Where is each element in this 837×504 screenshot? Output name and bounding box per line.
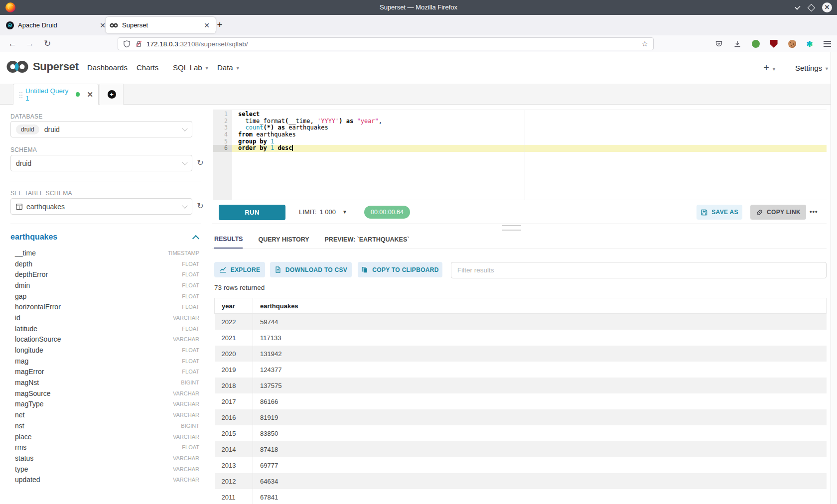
table-row[interactable]: 201487418 xyxy=(215,441,827,457)
nav-data[interactable]: Data▼ xyxy=(217,52,240,83)
column-name: net xyxy=(10,411,24,419)
limit-control[interactable]: LIMIT:1 000 xyxy=(299,201,336,224)
file-icon xyxy=(275,266,281,273)
table-row[interactable]: 2020131942 xyxy=(215,346,827,362)
chevron-down-icon[interactable]: ▼ xyxy=(342,201,347,224)
table-row[interactable]: 201264634 xyxy=(215,473,827,489)
collapse-chevron-icon[interactable] xyxy=(192,235,199,242)
save-as-button[interactable]: SAVE AS xyxy=(697,205,742,220)
superset-favicon-icon xyxy=(110,22,118,28)
menu-hamburger-icon[interactable] xyxy=(824,39,831,48)
forward-button[interactable]: → xyxy=(23,37,36,50)
table-row[interactable]: 2021117133 xyxy=(215,330,827,346)
divider xyxy=(10,224,201,224)
nav-dashboards[interactable]: Dashboards xyxy=(87,52,128,83)
extension-asterisk-icon[interactable]: ✱ xyxy=(807,39,813,49)
results-actions: EXPLORE DOWNLOAD TO CSV COPY TO CLIPBOAR… xyxy=(212,262,827,279)
database-select[interactable]: druid druid xyxy=(10,121,192,137)
drag-handle-icon[interactable] xyxy=(19,92,20,93)
tab-preview-earthquakes[interactable]: PREVIEW: `EARTHQUAKES` xyxy=(325,230,410,249)
column-row: updated VARCHAR xyxy=(10,474,199,485)
column-type: VARCHAR xyxy=(173,455,199,461)
url-text[interactable]: 172.18.0.3:32108/superset/sqllab/ xyxy=(146,40,248,48)
query-tab-untitled[interactable]: Untitled Query 1 ✕ xyxy=(13,84,99,105)
table-cell: 2021 xyxy=(215,330,253,346)
column-type: TIMESTAMP xyxy=(168,250,199,256)
window-minimize-icon[interactable] xyxy=(795,4,800,9)
table-row[interactable]: 2018137575 xyxy=(215,378,827,393)
column-name: mag xyxy=(10,357,28,365)
copy-link-button[interactable]: COPY LINK xyxy=(750,205,806,220)
table-row[interactable]: 2019124377 xyxy=(215,362,827,378)
downloads-icon[interactable] xyxy=(733,40,741,48)
back-button[interactable]: ← xyxy=(6,37,19,50)
table-select[interactable]: earthquakes xyxy=(10,198,192,215)
table-cell: 64634 xyxy=(253,473,827,489)
run-toolbar: RUN LIMIT:1 000 ▼ 00:00:00.64 SAVE AS CO… xyxy=(212,201,827,224)
pocket-icon[interactable] xyxy=(715,40,723,48)
query-tab-close-icon[interactable]: ✕ xyxy=(87,90,93,99)
refresh-schema-icon[interactable]: ↻ xyxy=(195,158,205,168)
database-pill: druid xyxy=(16,125,39,134)
shield-icon[interactable] xyxy=(123,40,131,48)
print-margin-line xyxy=(525,110,525,200)
table-row[interactable]: 201583850 xyxy=(215,425,827,441)
pane-divider xyxy=(212,224,827,224)
plus-circle-icon: + xyxy=(108,90,116,99)
table-cell: 131942 xyxy=(253,346,827,362)
add-query-tab-button[interactable]: + xyxy=(100,84,124,105)
chevron-down-icon: ▼ xyxy=(825,66,829,71)
window-close-icon[interactable]: ✕ xyxy=(822,2,832,12)
column-header-year[interactable]: year xyxy=(215,298,253,314)
table-row[interactable]: 201681919 xyxy=(215,409,827,425)
new-tab-button[interactable]: + xyxy=(213,19,226,32)
schema-select[interactable]: druid xyxy=(10,155,192,171)
cookie-extension-icon[interactable] xyxy=(788,40,796,48)
save-icon xyxy=(700,209,708,216)
table-row[interactable]: 201167841 xyxy=(215,489,827,504)
column-type: FLOAT xyxy=(182,293,199,299)
reload-button[interactable]: ↻ xyxy=(41,37,54,50)
table-row[interactable]: 202259744 xyxy=(215,314,827,330)
filter-results-input[interactable] xyxy=(451,262,827,278)
column-row: latitude FLOAT xyxy=(10,323,199,334)
column-type: FLOAT xyxy=(182,369,199,375)
page-scrollbar[interactable] xyxy=(831,52,837,504)
copy-clipboard-button[interactable]: COPY TO CLIPBOARD xyxy=(358,262,442,277)
column-header-earthquakes[interactable]: earthquakes xyxy=(253,298,827,314)
browser-tab-apache-druid[interactable]: Apache Druid ✕ xyxy=(2,17,112,33)
column-name: longitude xyxy=(10,346,43,354)
bookmark-star-icon[interactable]: ☆ xyxy=(642,39,648,48)
tab-results[interactable]: RESULTS xyxy=(214,230,243,249)
column-type: BIGINT xyxy=(181,423,199,429)
settings-menu[interactable]: Settings▼ xyxy=(795,64,829,72)
run-button[interactable]: RUN xyxy=(219,205,285,220)
table-row[interactable]: 201786166 xyxy=(215,393,827,409)
chevron-down-icon: ▼ xyxy=(772,67,776,72)
superset-infinity-icon xyxy=(6,59,29,74)
insecure-lock-icon[interactable] xyxy=(135,40,142,48)
browser-tab-superset[interactable]: Superset ✕ xyxy=(106,17,216,33)
privacy-badger-extension-icon[interactable] xyxy=(752,40,760,48)
download-csv-button[interactable]: DOWNLOAD TO CSV xyxy=(270,262,352,277)
ublock-extension-icon[interactable] xyxy=(770,40,778,48)
table-cell: 69777 xyxy=(253,457,827,473)
nav-sql-lab[interactable]: SQL Lab▼ xyxy=(173,52,209,83)
tab-query-history[interactable]: QUERY HISTORY xyxy=(258,230,309,249)
window-maximize-icon[interactable] xyxy=(808,3,816,11)
column-name: dmin xyxy=(10,281,30,289)
new-item-button[interactable]: +▼ xyxy=(763,62,776,74)
tab-close-icon[interactable]: ✕ xyxy=(202,21,212,29)
superset-logo[interactable]: Superset xyxy=(6,59,79,74)
url-bar[interactable]: 172.18.0.3:32108/superset/sqllab/ ☆ xyxy=(118,37,654,50)
sql-editor[interactable]: 123456 select time_format(__time, 'YYYY'… xyxy=(213,110,827,200)
query-tab-title: Untitled Query 1 xyxy=(25,87,72,102)
editor-code[interactable]: select time_format(__time, 'YYYY') as "y… xyxy=(232,110,827,200)
nav-charts[interactable]: Charts xyxy=(137,52,158,83)
more-actions-button[interactable]: ••• xyxy=(810,201,818,224)
druid-favicon-icon xyxy=(6,21,14,29)
refresh-table-icon[interactable]: ↻ xyxy=(195,201,205,211)
table-row[interactable]: 201369777 xyxy=(215,457,827,473)
explore-button[interactable]: EXPLORE xyxy=(214,262,265,277)
chevron-down-icon xyxy=(182,159,187,165)
